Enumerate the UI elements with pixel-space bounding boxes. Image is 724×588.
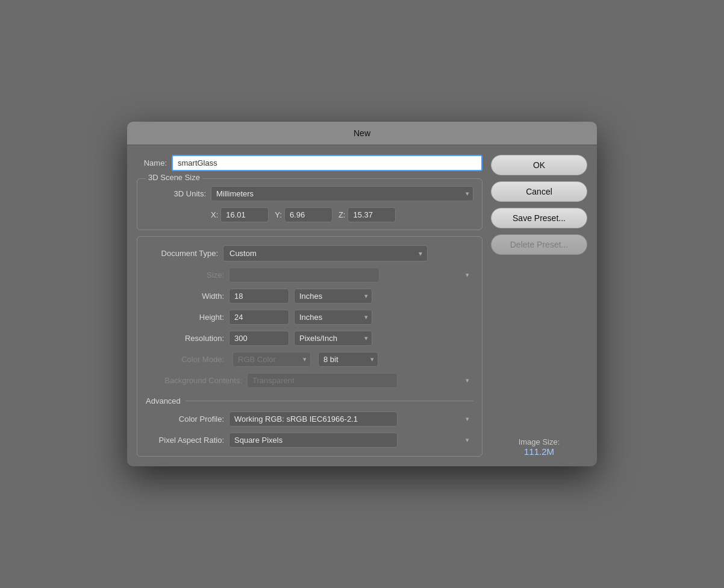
document-type-select[interactable]: Custom US Paper Photo Film & Video A4 A3 [223,245,428,261]
advanced-divider: Advanced [146,396,473,405]
width-input[interactable] [229,289,289,304]
x-label: X: [211,210,218,219]
z-input[interactable] [348,207,396,222]
image-size-area: Image Size: 111.2M [491,437,587,457]
height-row: Height: Inches Centimeters Millimeters P… [146,310,473,325]
color-mode-label: Color Mode: [146,355,224,364]
color-profile-label: Color Profile: [146,414,224,424]
advanced-label: Advanced [146,396,181,405]
pixel-aspect-row: Pixel Aspect Ratio: Square Pixels D1/DV … [146,433,473,448]
x-group: X: [211,207,269,222]
background-label: Background Contents: [146,376,242,385]
color-mode-select[interactable]: RGB Color CMYK Color Grayscale [232,352,311,367]
cancel-button[interactable]: Cancel [491,181,587,202]
color-mode-select-wrapper: RGB Color CMYK Color Grayscale [232,352,311,367]
delete-preset-button[interactable]: Delete Preset... [491,234,587,255]
background-select-wrapper: Transparent White Background Color Custo… [247,373,473,388]
document-type-row: Document Type: Custom US Paper Photo Fil… [146,245,473,261]
title-bar: New [127,122,597,145]
width-row: Width: Inches Centimeters Millimeters Pi… [146,289,473,304]
resolution-row: Resolution: Pixels/Inch Pixels/Centimete… [146,331,473,346]
bits-select-wrapper: 8 bit 16 bit 32 bit [318,352,378,367]
units-select[interactable]: Millimeters Inches Centimeters Meters [211,186,473,201]
left-panel: Name: 3D Scene Size 3D Units: Millimeter… [137,155,482,457]
height-unit-wrapper: Inches Centimeters Millimeters Pixels [294,310,372,325]
name-input[interactable] [172,155,482,171]
y-input[interactable] [284,207,332,222]
units-row: 3D Units: Millimeters Inches Centimeters… [146,186,473,201]
document-type-label: Document Type: [146,249,218,258]
save-preset-button[interactable]: Save Preset... [491,208,587,228]
bits-select[interactable]: 8 bit 16 bit 32 bit [318,352,378,367]
scene-size-section: 3D Scene Size 3D Units: Millimeters Inch… [137,178,482,230]
x-input[interactable] [220,207,269,222]
z-label: Z: [339,210,346,219]
z-group: Z: [339,207,396,222]
units-label: 3D Units: [146,189,206,198]
color-profile-select-wrapper: Working RGB: sRGB IEC61966-2.1 sRGB IEC6… [229,411,473,427]
color-profile-select[interactable]: Working RGB: sRGB IEC61966-2.1 sRGB IEC6… [229,411,398,427]
resolution-input[interactable] [229,331,289,346]
width-unit-wrapper: Inches Centimeters Millimeters Pixels [294,289,372,304]
size-select-wrapper [229,267,473,283]
pixel-aspect-select[interactable]: Square Pixels D1/DV NTSC (0.91) D1/DV PA… [229,433,398,448]
name-row: Name: [137,155,482,171]
width-unit-select[interactable]: Inches Centimeters Millimeters Pixels [294,289,372,304]
units-select-wrapper: Millimeters Inches Centimeters Meters [211,186,473,201]
height-input[interactable] [229,310,289,325]
scene-size-label: 3D Scene Size [146,173,202,182]
size-label: Size: [146,271,224,280]
divider-line [186,401,473,401]
size-select[interactable] [229,267,379,283]
y-label: Y: [275,210,282,219]
height-label: Height: [146,313,224,322]
y-group: Y: [275,207,332,222]
dialog-title: New [354,128,370,138]
height-unit-select[interactable]: Inches Centimeters Millimeters Pixels [294,310,372,325]
right-panel: OK Cancel Save Preset... Delete Preset..… [491,155,587,457]
xyz-inputs: X: Y: Z: [211,207,396,222]
color-profile-row: Color Profile: Working RGB: sRGB IEC6196… [146,411,473,427]
background-select[interactable]: Transparent White Background Color Custo… [247,373,398,388]
document-type-select-wrapper: Custom US Paper Photo Film & Video A4 A3 [223,245,428,261]
xyz-row: X: Y: Z: [146,207,473,222]
pixel-aspect-select-wrapper: Square Pixels D1/DV NTSC (0.91) D1/DV PA… [229,433,473,448]
resolution-unit-select[interactable]: Pixels/Inch Pixels/Centimeter [294,331,372,346]
width-label: Width: [146,292,224,301]
resolution-label: Resolution: [146,334,224,343]
image-size-value: 111.2M [524,446,554,457]
ok-button[interactable]: OK [491,155,587,175]
background-row: Background Contents: Transparent White B… [146,373,473,388]
dialog-body: Name: 3D Scene Size 3D Units: Millimeter… [127,145,597,466]
pixel-aspect-label: Pixel Aspect Ratio: [146,436,224,445]
new-document-dialog: New Name: 3D Scene Size 3D Units: Millim… [127,122,597,466]
name-label: Name: [137,158,167,167]
image-size-label: Image Size: [519,437,560,446]
color-mode-row: Color Mode: RGB Color CMYK Color Graysca… [146,352,473,367]
resolution-unit-wrapper: Pixels/Inch Pixels/Centimeter [294,331,372,346]
size-row: Size: [146,267,473,283]
document-options: Size: Width: Inches [146,267,473,388]
